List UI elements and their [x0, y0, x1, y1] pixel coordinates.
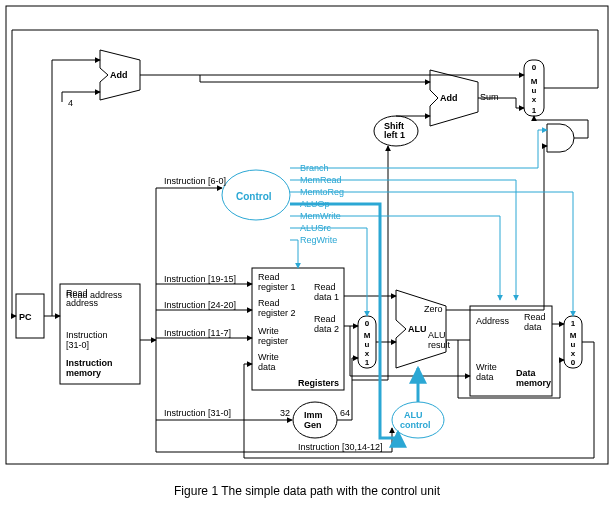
svg-text:Gen: Gen	[304, 420, 322, 430]
svg-text:M: M	[570, 331, 577, 340]
pc-label: PC	[19, 312, 32, 322]
svg-text:1: 1	[365, 358, 370, 367]
svg-text:Read: Read	[66, 288, 88, 298]
datapath-diagram: .thin{stroke:#000;stroke-width:1;fill:no…	[0, 0, 614, 510]
figure-caption: Figure 1 The simple data path with the c…	[174, 484, 441, 498]
svg-text:M: M	[364, 331, 371, 340]
svg-text:Read: Read	[258, 272, 280, 282]
svg-text:x: x	[532, 95, 537, 104]
svg-text:data: data	[258, 362, 276, 372]
svg-text:x: x	[365, 349, 370, 358]
svg-text:Read: Read	[524, 312, 546, 322]
svg-text:data: data	[476, 372, 494, 382]
svg-text:x: x	[571, 349, 576, 358]
control-label: Control	[236, 191, 272, 202]
svg-text:Instruction [30,14-12]: Instruction [30,14-12]	[298, 442, 383, 452]
mux-pcsrc: 0 Mux 1	[524, 60, 544, 116]
svg-text:result: result	[428, 340, 451, 350]
svg-text:Read: Read	[258, 298, 280, 308]
svg-text:Read: Read	[314, 314, 336, 324]
svg-text:data 1: data 1	[314, 292, 339, 302]
svg-text:register 1: register 1	[258, 282, 296, 292]
svg-text:data 2: data 2	[314, 324, 339, 334]
svg-text:Address: Address	[476, 316, 510, 326]
svg-text:address: address	[66, 298, 99, 308]
svg-text:ALU: ALU	[428, 330, 446, 340]
svg-text:0: 0	[532, 63, 537, 72]
svg-text:Data: Data	[516, 368, 537, 378]
svg-text:memory: memory	[66, 368, 101, 378]
svg-text:Instruction [31-0]: Instruction [31-0]	[164, 408, 231, 418]
svg-text:u: u	[532, 86, 537, 95]
svg-text:32: 32	[280, 408, 290, 418]
svg-text:64: 64	[340, 408, 350, 418]
svg-text:Instruction [6-0]: Instruction [6-0]	[164, 176, 226, 186]
svg-text:Zero: Zero	[424, 304, 443, 314]
svg-text:data: data	[524, 322, 542, 332]
svg-text:Imm: Imm	[304, 410, 323, 420]
svg-text:Write: Write	[258, 326, 279, 336]
svg-text:register 2: register 2	[258, 308, 296, 318]
svg-text:memory: memory	[516, 378, 551, 388]
mux-memtoreg: 1 Mux 0	[564, 316, 582, 368]
svg-text:Add: Add	[110, 70, 128, 80]
svg-text:register: register	[258, 336, 288, 346]
svg-text:Instruction: Instruction	[66, 358, 113, 368]
svg-text:u: u	[365, 340, 370, 349]
svg-text:Add: Add	[440, 93, 458, 103]
svg-text:4: 4	[68, 98, 73, 108]
svg-text:Instruction [24-20]: Instruction [24-20]	[164, 300, 236, 310]
svg-text:Read: Read	[314, 282, 336, 292]
svg-text:Instruction [19-15]: Instruction [19-15]	[164, 274, 236, 284]
svg-text:u: u	[571, 340, 576, 349]
svg-text:Write: Write	[258, 352, 279, 362]
and-gate-icon	[547, 124, 574, 152]
svg-text:1: 1	[571, 319, 576, 328]
svg-text:[31-0]: [31-0]	[66, 340, 89, 350]
svg-text:Instruction [11-7]: Instruction [11-7]	[164, 328, 231, 338]
svg-text:Registers: Registers	[298, 378, 339, 388]
svg-text:ALU: ALU	[404, 410, 423, 420]
svg-text:M: M	[531, 77, 538, 86]
svg-text:Sum: Sum	[480, 92, 499, 102]
svg-text:0: 0	[571, 358, 576, 367]
svg-text:ALU: ALU	[408, 324, 427, 334]
svg-text:control: control	[400, 420, 431, 430]
svg-text:left 1: left 1	[384, 130, 405, 140]
svg-text:Write: Write	[476, 362, 497, 372]
mux-alusrc: 0 Mux 1	[358, 316, 376, 368]
svg-text:0: 0	[365, 319, 370, 328]
svg-text:Instruction: Instruction	[66, 330, 108, 340]
svg-text:RegWrite: RegWrite	[300, 235, 337, 245]
svg-text:1: 1	[532, 106, 537, 115]
